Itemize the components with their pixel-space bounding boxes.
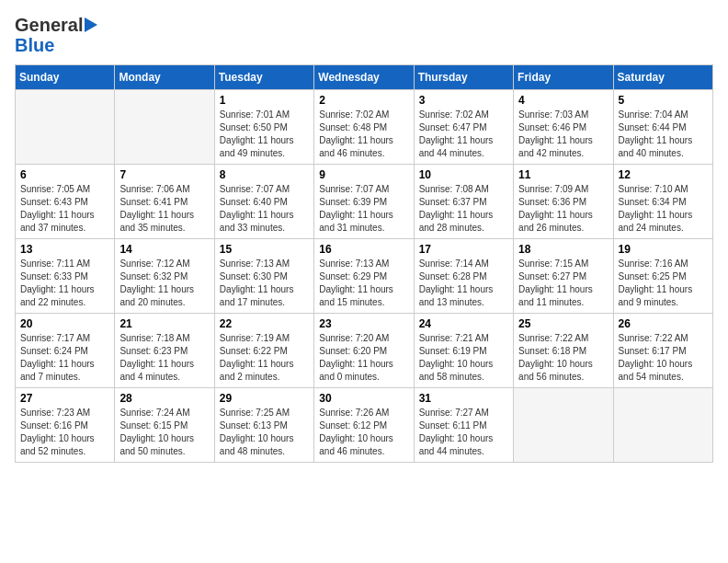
logo-general: General <box>15 15 83 35</box>
day-info: Sunrise: 7:19 AM Sunset: 6:22 PM Dayligh… <box>220 332 309 384</box>
day-info: Sunrise: 7:14 AM Sunset: 6:28 PM Dayligh… <box>419 258 508 309</box>
week-row-4: 20Sunrise: 7:17 AM Sunset: 6:24 PM Dayli… <box>16 314 713 388</box>
day-info: Sunrise: 7:09 AM Sunset: 6:36 PM Dayligh… <box>518 183 608 235</box>
day-cell: 30Sunrise: 7:26 AM Sunset: 6:12 PM Dayli… <box>314 388 414 463</box>
day-number: 15 <box>220 243 309 256</box>
day-info: Sunrise: 7:05 AM Sunset: 6:43 PM Dayligh… <box>20 183 109 235</box>
day-number: 12 <box>619 168 708 181</box>
day-cell: 16Sunrise: 7:13 AM Sunset: 6:29 PM Dayli… <box>314 239 414 314</box>
weekday-header-tuesday: Tuesday <box>214 65 313 90</box>
day-cell: 28Sunrise: 7:24 AM Sunset: 6:15 PM Dayli… <box>115 388 214 463</box>
day-info: Sunrise: 7:02 AM Sunset: 6:47 PM Dayligh… <box>419 109 508 160</box>
day-info: Sunrise: 7:25 AM Sunset: 6:13 PM Dayligh… <box>220 407 309 458</box>
day-cell: 8Sunrise: 7:07 AM Sunset: 6:40 PM Daylig… <box>214 165 313 239</box>
day-cell: 23Sunrise: 7:20 AM Sunset: 6:20 PM Dayli… <box>314 314 414 388</box>
day-cell: 3Sunrise: 7:02 AM Sunset: 6:47 PM Daylig… <box>414 90 513 165</box>
day-number: 28 <box>119 392 209 405</box>
day-number: 27 <box>20 392 109 405</box>
day-number: 22 <box>220 317 309 330</box>
day-info: Sunrise: 7:24 AM Sunset: 6:15 PM Dayligh… <box>119 407 209 458</box>
day-info: Sunrise: 7:20 AM Sunset: 6:20 PM Dayligh… <box>319 332 408 384</box>
day-number: 16 <box>319 243 408 256</box>
week-row-2: 6Sunrise: 7:05 AM Sunset: 6:43 PM Daylig… <box>16 165 713 239</box>
day-cell: 24Sunrise: 7:21 AM Sunset: 6:19 PM Dayli… <box>414 314 513 388</box>
day-info: Sunrise: 7:15 AM Sunset: 6:27 PM Dayligh… <box>518 258 608 309</box>
day-cell: 6Sunrise: 7:05 AM Sunset: 6:43 PM Daylig… <box>16 165 115 239</box>
day-info: Sunrise: 7:07 AM Sunset: 6:40 PM Dayligh… <box>220 183 309 235</box>
day-cell: 15Sunrise: 7:13 AM Sunset: 6:30 PM Dayli… <box>214 239 313 314</box>
day-number: 8 <box>220 168 309 181</box>
day-number: 3 <box>419 94 508 107</box>
day-info: Sunrise: 7:10 AM Sunset: 6:34 PM Dayligh… <box>619 183 708 235</box>
calendar: SundayMondayTuesdayWednesdayThursdayFrid… <box>15 64 713 463</box>
day-cell: 12Sunrise: 7:10 AM Sunset: 6:34 PM Dayli… <box>613 165 712 239</box>
day-number: 7 <box>119 168 209 181</box>
day-number: 10 <box>419 168 508 181</box>
day-cell: 31Sunrise: 7:27 AM Sunset: 6:11 PM Dayli… <box>414 388 513 463</box>
day-info: Sunrise: 7:16 AM Sunset: 6:25 PM Dayligh… <box>619 258 708 309</box>
logo: General Blue <box>15 15 97 55</box>
day-cell: 20Sunrise: 7:17 AM Sunset: 6:24 PM Dayli… <box>16 314 115 388</box>
day-cell: 14Sunrise: 7:12 AM Sunset: 6:32 PM Dayli… <box>115 239 214 314</box>
logo-blue: Blue <box>15 35 54 55</box>
day-number: 29 <box>220 392 309 405</box>
day-number: 11 <box>518 168 608 181</box>
day-number: 23 <box>319 317 408 330</box>
weekday-header-thursday: Thursday <box>414 65 513 90</box>
week-row-3: 13Sunrise: 7:11 AM Sunset: 6:33 PM Dayli… <box>16 239 713 314</box>
day-info: Sunrise: 7:08 AM Sunset: 6:37 PM Dayligh… <box>419 183 508 235</box>
day-info: Sunrise: 7:26 AM Sunset: 6:12 PM Dayligh… <box>319 407 408 458</box>
day-number: 14 <box>119 243 209 256</box>
day-info: Sunrise: 7:27 AM Sunset: 6:11 PM Dayligh… <box>419 407 508 458</box>
day-number: 2 <box>319 94 408 107</box>
day-number: 6 <box>20 168 109 181</box>
day-info: Sunrise: 7:18 AM Sunset: 6:23 PM Dayligh… <box>119 332 209 384</box>
week-row-1: 1Sunrise: 7:01 AM Sunset: 6:50 PM Daylig… <box>16 90 713 165</box>
day-info: Sunrise: 7:02 AM Sunset: 6:48 PM Dayligh… <box>319 109 408 160</box>
day-number: 18 <box>518 243 608 256</box>
day-number: 4 <box>518 94 608 107</box>
day-cell: 5Sunrise: 7:04 AM Sunset: 6:44 PM Daylig… <box>613 90 712 165</box>
day-cell: 1Sunrise: 7:01 AM Sunset: 6:50 PM Daylig… <box>214 90 313 165</box>
day-info: Sunrise: 7:11 AM Sunset: 6:33 PM Dayligh… <box>20 258 109 309</box>
day-info: Sunrise: 7:06 AM Sunset: 6:41 PM Dayligh… <box>119 183 209 235</box>
day-cell <box>115 90 214 165</box>
day-cell: 29Sunrise: 7:25 AM Sunset: 6:13 PM Dayli… <box>214 388 313 463</box>
day-cell: 19Sunrise: 7:16 AM Sunset: 6:25 PM Dayli… <box>613 239 712 314</box>
day-info: Sunrise: 7:22 AM Sunset: 6:18 PM Dayligh… <box>518 332 608 384</box>
day-number: 26 <box>619 317 708 330</box>
day-number: 1 <box>220 94 309 107</box>
day-info: Sunrise: 7:22 AM Sunset: 6:17 PM Dayligh… <box>619 332 708 384</box>
day-info: Sunrise: 7:03 AM Sunset: 6:46 PM Dayligh… <box>518 109 608 160</box>
logo-arrow-icon <box>85 17 97 32</box>
day-number: 20 <box>20 317 109 330</box>
week-row-5: 27Sunrise: 7:23 AM Sunset: 6:16 PM Dayli… <box>16 388 713 463</box>
weekday-header-monday: Monday <box>115 65 214 90</box>
day-cell: 21Sunrise: 7:18 AM Sunset: 6:23 PM Dayli… <box>115 314 214 388</box>
weekday-header-sunday: Sunday <box>16 65 115 90</box>
day-info: Sunrise: 7:13 AM Sunset: 6:29 PM Dayligh… <box>319 258 408 309</box>
day-cell <box>514 388 613 463</box>
day-cell <box>16 90 115 165</box>
day-cell: 17Sunrise: 7:14 AM Sunset: 6:28 PM Dayli… <box>414 239 513 314</box>
day-cell: 13Sunrise: 7:11 AM Sunset: 6:33 PM Dayli… <box>16 239 115 314</box>
header: General Blue <box>15 15 713 55</box>
day-number: 13 <box>20 243 109 256</box>
day-cell: 2Sunrise: 7:02 AM Sunset: 6:48 PM Daylig… <box>314 90 414 165</box>
day-info: Sunrise: 7:21 AM Sunset: 6:19 PM Dayligh… <box>419 332 508 384</box>
day-number: 9 <box>319 168 408 181</box>
day-info: Sunrise: 7:12 AM Sunset: 6:32 PM Dayligh… <box>119 258 209 309</box>
day-cell: 10Sunrise: 7:08 AM Sunset: 6:37 PM Dayli… <box>414 165 513 239</box>
weekday-header-wednesday: Wednesday <box>314 65 414 90</box>
day-info: Sunrise: 7:23 AM Sunset: 6:16 PM Dayligh… <box>20 407 109 458</box>
day-info: Sunrise: 7:01 AM Sunset: 6:50 PM Dayligh… <box>220 109 309 160</box>
weekday-header-row: SundayMondayTuesdayWednesdayThursdayFrid… <box>16 65 713 90</box>
day-number: 21 <box>119 317 209 330</box>
weekday-header-friday: Friday <box>514 65 613 90</box>
day-cell: 26Sunrise: 7:22 AM Sunset: 6:17 PM Dayli… <box>613 314 712 388</box>
day-cell: 18Sunrise: 7:15 AM Sunset: 6:27 PM Dayli… <box>514 239 613 314</box>
day-cell: 9Sunrise: 7:07 AM Sunset: 6:39 PM Daylig… <box>314 165 414 239</box>
day-cell: 22Sunrise: 7:19 AM Sunset: 6:22 PM Dayli… <box>214 314 313 388</box>
day-cell: 4Sunrise: 7:03 AM Sunset: 6:46 PM Daylig… <box>514 90 613 165</box>
day-cell: 7Sunrise: 7:06 AM Sunset: 6:41 PM Daylig… <box>115 165 214 239</box>
